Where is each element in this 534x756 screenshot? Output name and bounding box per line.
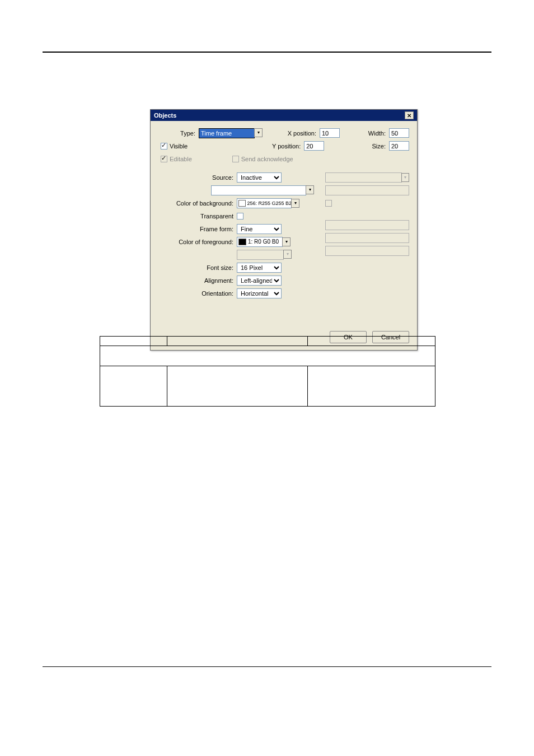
right-field-2	[325, 185, 409, 195]
editable-checkbox	[161, 156, 167, 162]
sendack-checkbox	[232, 156, 239, 162]
right-field-5	[325, 246, 409, 256]
bg-swatch	[238, 200, 246, 207]
fg-sub-field	[237, 250, 284, 260]
colorbg-value: 256: R255 G255 B255	[247, 200, 291, 206]
colorfg-value: 1: R0 G0 B0	[248, 239, 279, 245]
source-select[interactable]: Inactive	[237, 172, 282, 183]
visible-checkbox[interactable]	[161, 143, 167, 150]
right-checkbox	[325, 200, 332, 207]
doc-table	[100, 336, 435, 407]
table-header	[308, 337, 435, 346]
chevron-down-icon[interactable]: ▾	[254, 128, 263, 137]
xpos-input[interactable]	[320, 128, 340, 138]
table-cell	[167, 366, 308, 407]
chevron-down-icon: ▾	[401, 173, 409, 182]
table-cell	[100, 366, 167, 407]
fontsize-select[interactable]: 16 Pixel	[237, 263, 282, 273]
fg-swatch	[238, 239, 246, 245]
orientation-label: Orientation:	[158, 290, 237, 297]
dialog-title: Objects	[154, 112, 176, 119]
width-input[interactable]	[389, 128, 409, 138]
table-row	[100, 346, 435, 366]
size-label: Size:	[362, 143, 389, 150]
sendack-label: Send acknowledge	[241, 156, 293, 162]
chevron-down-icon: ▾	[306, 185, 314, 194]
colorfg-label: Color of foreground:	[158, 239, 237, 245]
objects-dialog: Objects ✕ Type: Time frame ▾ X position:…	[150, 109, 418, 351]
type-label: Type:	[158, 130, 199, 137]
alignment-label: Alignment:	[158, 277, 237, 284]
frameform-label: Frame form:	[158, 226, 237, 232]
right-field-4	[325, 233, 409, 243]
right-field-3	[325, 220, 409, 230]
size-input[interactable]	[389, 141, 409, 151]
transparent-checkbox[interactable]	[237, 213, 243, 220]
dialog-titlebar: Objects ✕	[151, 110, 417, 121]
table-cell	[308, 366, 435, 407]
visible-label: Visible	[170, 143, 188, 150]
fontsize-label: Font size:	[158, 264, 237, 271]
transparent-label: Transparent	[158, 213, 237, 220]
type-select[interactable]: Time frame	[199, 128, 255, 138]
frameform-select[interactable]: Fine	[237, 224, 282, 234]
right-field-1	[325, 172, 402, 183]
ypos-input[interactable]	[304, 141, 324, 151]
editable-label: Editable	[170, 156, 192, 162]
chevron-down-icon[interactable]: ▾	[282, 237, 291, 246]
table-header	[167, 337, 308, 346]
chevron-down-icon: ▾	[283, 250, 292, 259]
orientation-select[interactable]: Horizontal	[237, 288, 282, 298]
xpos-label: X position:	[287, 130, 320, 137]
source-sub-field	[211, 185, 306, 195]
alignment-select[interactable]: Left-aligned	[237, 276, 282, 286]
chevron-down-icon[interactable]: ▾	[291, 199, 299, 208]
source-label: Source:	[158, 174, 237, 181]
table-header	[100, 337, 167, 346]
ypos-label: Y position:	[271, 143, 304, 150]
colorbg-label: Color of background:	[158, 200, 237, 207]
width-label: Width:	[362, 130, 389, 137]
close-icon[interactable]: ✕	[405, 111, 414, 119]
